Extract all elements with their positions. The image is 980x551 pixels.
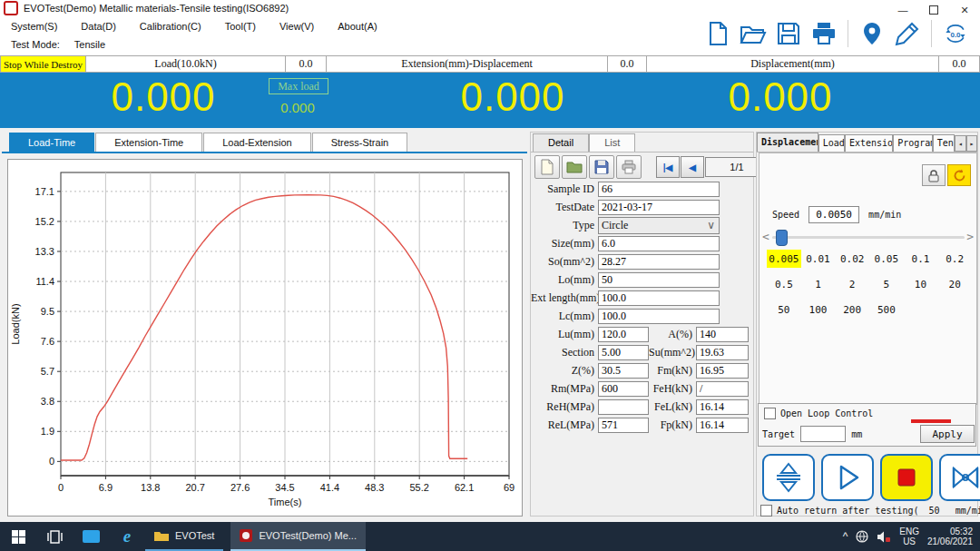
target-input[interactable] bbox=[800, 426, 846, 442]
tab-scroll-left-icon[interactable]: ◂ bbox=[955, 135, 965, 152]
menu-item-data[interactable]: Data(D) bbox=[81, 21, 116, 32]
stop-while-destroy-button[interactable]: Stop While Destroy bbox=[0, 55, 86, 73]
open-loop-checkbox[interactable] bbox=[764, 408, 776, 419]
speed-option-100[interactable]: 100 bbox=[801, 300, 836, 319]
tab-load-time[interactable]: Load-Time bbox=[9, 133, 94, 152]
reh-mpa-input[interactable] bbox=[598, 399, 649, 415]
open-file-button[interactable] bbox=[740, 20, 767, 47]
speed-option-500[interactable]: 500 bbox=[869, 300, 904, 319]
rm-mpa-input[interactable] bbox=[598, 381, 649, 397]
tab-load[interactable]: Load bbox=[818, 134, 845, 152]
speed-option-20[interactable]: 20 bbox=[937, 275, 972, 293]
su-mm-2-input[interactable] bbox=[696, 345, 749, 360]
speed-option-5[interactable]: 5 bbox=[869, 275, 904, 293]
type-value: Circle bbox=[599, 219, 707, 232]
speed-option-0.05[interactable]: 0.05 bbox=[869, 250, 904, 268]
print-button[interactable] bbox=[810, 20, 838, 47]
speed-option-2[interactable]: 2 bbox=[835, 275, 869, 293]
tab-detail[interactable]: Detail bbox=[533, 133, 589, 152]
menu-item-view[interactable]: View(V) bbox=[279, 21, 314, 32]
speed-option-0.2[interactable]: 0.2 bbox=[937, 250, 972, 268]
slider-thumb[interactable] bbox=[776, 230, 788, 246]
tab-ten[interactable]: Ten bbox=[933, 134, 955, 152]
speed-option-200[interactable]: 200 bbox=[835, 300, 869, 319]
clock[interactable]: 05:32 21/06/2021 bbox=[927, 526, 973, 546]
prev-record-button[interactable]: ◀ bbox=[681, 156, 704, 178]
restore-button[interactable] bbox=[918, 0, 949, 20]
tab-scroll-right-icon[interactable]: ▸ bbox=[966, 135, 977, 152]
size-mm-input[interactable] bbox=[598, 236, 720, 251]
probe-position-button[interactable] bbox=[858, 20, 886, 47]
speed-option-10[interactable]: 10 bbox=[904, 275, 938, 293]
auto-return-checkbox[interactable] bbox=[760, 505, 772, 517]
section-input[interactable] bbox=[598, 345, 649, 360]
cycle-button[interactable] bbox=[947, 164, 971, 186]
network-globe-icon[interactable] bbox=[856, 530, 868, 543]
a-input[interactable] bbox=[696, 327, 749, 342]
tab-stress-strain[interactable]: Stress-Strain bbox=[312, 133, 408, 152]
lu-mm-input[interactable] bbox=[598, 327, 649, 342]
stop-button[interactable] bbox=[880, 454, 933, 501]
minimize-button[interactable]: — bbox=[887, 0, 918, 20]
print-record-button[interactable] bbox=[616, 155, 642, 179]
slider-decrease-icon[interactable]: < bbox=[762, 230, 769, 243]
jog-updown-button[interactable] bbox=[762, 454, 815, 501]
limit-button[interactable] bbox=[939, 454, 980, 501]
apply-button[interactable]: Apply bbox=[920, 425, 975, 443]
speed-option-0.02[interactable]: 0.02 bbox=[835, 250, 869, 268]
zero-reset-button[interactable]: 0.0 bbox=[942, 20, 969, 47]
speaker-muted-icon[interactable] bbox=[877, 531, 891, 543]
save-file-button[interactable] bbox=[775, 20, 802, 47]
z-input[interactable] bbox=[598, 363, 649, 379]
y-tick-label: 9.5 bbox=[41, 306, 54, 317]
tab-program[interactable]: Program bbox=[893, 134, 933, 152]
speed-option-0.1[interactable]: 0.1 bbox=[904, 250, 938, 268]
menu-item-about[interactable]: About(A) bbox=[338, 21, 377, 32]
taskbar-item-evotest-window[interactable]: EVOTest(Demo) Me... bbox=[230, 522, 366, 551]
tray-chevron-icon[interactable]: ^ bbox=[843, 530, 848, 543]
speed-option-50[interactable]: 50 bbox=[767, 300, 801, 319]
tab-list[interactable]: List bbox=[589, 133, 635, 152]
tab-extension-time[interactable]: Extension-Time bbox=[95, 133, 202, 152]
display-app-button[interactable] bbox=[73, 522, 109, 551]
lock-button[interactable] bbox=[922, 164, 946, 186]
slider-track[interactable] bbox=[772, 236, 965, 239]
feh-kn-input[interactable] bbox=[696, 381, 749, 397]
fm-kn-input[interactable] bbox=[696, 363, 749, 379]
save-record-button[interactable] bbox=[589, 155, 614, 179]
menu-item-system[interactable]: System(S) bbox=[11, 21, 57, 32]
type-select[interactable]: Circle∨ bbox=[598, 217, 720, 234]
taskbar-item-evotest-folder[interactable]: EVOTest bbox=[145, 522, 223, 551]
edit-button[interactable] bbox=[894, 20, 921, 47]
start-button[interactable] bbox=[0, 522, 36, 551]
lo-mm-input[interactable] bbox=[598, 272, 720, 288]
speed-option-0.005[interactable]: 0.005 bbox=[767, 250, 801, 268]
language-indicator[interactable]: ENG US bbox=[899, 526, 919, 546]
slider-increase-icon[interactable]: > bbox=[966, 230, 974, 243]
first-record-button[interactable]: |◀ bbox=[656, 156, 680, 178]
new-record-button[interactable] bbox=[534, 155, 560, 179]
menu-item-calibration[interactable]: Calibration(C) bbox=[140, 21, 201, 32]
speed-option-0.5[interactable]: 0.5 bbox=[767, 275, 801, 293]
menu-item-tool[interactable]: Tool(T) bbox=[225, 21, 256, 32]
speed-input[interactable] bbox=[808, 206, 859, 223]
fp-kn-input[interactable] bbox=[696, 418, 749, 433]
rel-mpa-input[interactable] bbox=[598, 418, 649, 433]
ext-length-mm-input[interactable] bbox=[598, 290, 720, 306]
internet-explorer-button[interactable]: e bbox=[109, 522, 145, 551]
fel-kn-input[interactable] bbox=[696, 399, 749, 415]
so-mm-2-input[interactable] bbox=[598, 254, 720, 270]
speed-option-0.01[interactable]: 0.01 bbox=[801, 250, 836, 268]
tab-load-extension[interactable]: Load-Extension bbox=[203, 133, 310, 152]
speed-option-1[interactable]: 1 bbox=[801, 275, 836, 293]
start-button[interactable] bbox=[821, 454, 874, 501]
sample-id-input[interactable] bbox=[598, 182, 720, 197]
tab-extension[interactable]: Extension bbox=[845, 134, 893, 152]
new-file-button[interactable] bbox=[704, 20, 731, 47]
task-view-button[interactable] bbox=[36, 522, 73, 551]
tab-displacement[interactable]: Displacement bbox=[757, 133, 818, 152]
open-record-button[interactable] bbox=[562, 155, 587, 179]
close-button[interactable]: ✕ bbox=[949, 0, 980, 20]
lc-mm-input[interactable] bbox=[598, 309, 720, 324]
testdate-input[interactable] bbox=[598, 200, 720, 215]
